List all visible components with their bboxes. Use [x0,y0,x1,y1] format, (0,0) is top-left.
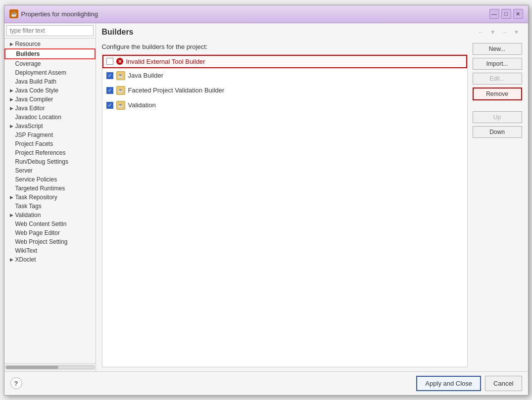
sidebar-item-service-policies[interactable]: Service Policies [4,175,96,184]
help-button[interactable]: ? [10,377,22,389]
expand-arrow-web-content [8,221,15,227]
sidebar-item-label-java-compiler: Java Compiler [15,96,53,103]
expand-arrow-deployment [8,69,15,76]
minimize-button[interactable]: — [489,9,499,19]
new-button[interactable]: New... [473,43,522,55]
sidebar-item-jsp-fragment[interactable]: JSP Fragment [4,131,96,139]
sidebar-item-javascript[interactable]: ▶ JavaScript [4,122,96,131]
sidebar-item-label-deployment: Deployment Assem [15,69,66,76]
sidebar-item-java-code-style[interactable]: ▶ Java Code Style [4,86,96,95]
action-buttons: New... Import... Edit... Remove Up Down [473,43,522,367]
sidebar-item-web-page-editor[interactable]: Web Page Editor [4,228,96,237]
sidebar-item-java-editor[interactable]: ▶ Java Editor [4,104,96,113]
builder-label-java: Java Builder [128,72,164,79]
sidebar-item-label-wikitext: WikiText [15,247,38,254]
builder-checkbox-validation[interactable] [106,102,113,109]
sidebar-item-label-server: Server [15,167,33,174]
sidebar-item-web-project[interactable]: Web Project Setting [4,237,96,246]
sidebar-item-task-tags[interactable]: Task Tags [4,202,96,211]
sidebar-item-resource[interactable]: ▶ Resource [4,40,96,48]
sidebar-item-coverage[interactable]: Coverage [4,59,96,68]
expand-arrow-jsp-fragment [8,132,15,138]
builder-item-faceted[interactable]: ☕ Faceted Project Validation Builder [102,83,467,98]
panel-header: Builders ← ▼ → ▼ [96,23,528,39]
sidebar-item-targeted-runtimes[interactable]: Targeted Runtimes [4,184,96,193]
filter-input[interactable] [6,25,94,36]
bottom-bar: ? Apply and Close Cancel [4,371,528,395]
expand-arrow-java-build-path [8,78,15,85]
sidebar-item-java-compiler[interactable]: ▶ Java Compiler [4,95,96,104]
sidebar-item-label-web-project: Web Project Setting [15,238,68,245]
main-content: ▶ Resource Builders Coverage Deployment … [4,23,528,371]
builder-item-validation[interactable]: ☕ Validation [102,98,467,113]
sidebar-scrollbar[interactable] [4,363,96,371]
dialog-icon: ☕ [9,9,18,18]
sidebar-item-run-debug[interactable]: Run/Debug Settings [4,157,96,166]
builder-icon-java: ☕ [116,71,125,80]
sidebar-item-javadoc[interactable]: Javadoc Location [4,113,96,122]
builder-label-faceted: Faceted Project Validation Builder [128,87,225,94]
builder-item-java[interactable]: ☕ Java Builder [102,68,467,83]
sidebar-item-label-coverage: Coverage [15,60,41,67]
edit-button[interactable]: Edit... [473,73,522,85]
nav-forward-dropdown[interactable]: ▼ [511,27,522,37]
cancel-button[interactable]: Cancel [485,376,522,391]
expand-arrow-javascript: ▶ [8,123,15,130]
expand-arrow-javadoc [8,114,15,121]
expand-arrow-project-references [8,149,15,156]
sidebar-item-label-run-debug: Run/Debug Settings [15,158,68,165]
sidebar-item-java-build-path[interactable]: Java Build Path [4,77,96,86]
import-button[interactable]: Import... [473,58,522,70]
sidebar-item-project-facets[interactable]: Project Facets [4,139,96,148]
expand-arrow-wikitext [8,247,15,254]
title-bar-left: ☕ Properties for moonlighting [9,9,98,18]
sidebar-item-xdoclet[interactable]: ▶ XDoclet [4,255,96,264]
sidebar-item-label-javadoc: Javadoc Location [15,114,61,121]
sidebar-item-deployment[interactable]: Deployment Assem [4,68,96,77]
sidebar-item-label-java-editor: Java Editor [15,105,45,112]
expand-arrow-web-project [8,238,15,245]
scrollbar-thumb [6,366,59,369]
expand-arrow-coverage [8,60,15,67]
nav-back-button[interactable]: ← [476,27,486,37]
builder-icon-validation: ☕ [116,101,125,110]
down-button[interactable]: Down [473,126,522,138]
sidebar-item-project-references[interactable]: Project References [4,148,96,157]
sidebar-item-label-task-repository: Task Repository [15,194,57,201]
scrollbar-track [5,365,95,369]
sidebar-item-task-repository[interactable]: ▶ Task Repository [4,193,96,202]
sidebar-item-label-project-facets: Project Facets [15,140,53,147]
apply-close-button[interactable]: Apply and Close [416,376,481,391]
sidebar-item-builders[interactable]: Builders [4,48,96,59]
sidebar-item-wikitext[interactable]: WikiText [4,246,96,255]
up-button[interactable]: Up [473,111,522,123]
error-icon-invalid: ✕ [116,58,123,65]
nav-forward-button[interactable]: → [499,27,510,37]
sidebar-item-validation[interactable]: ▶ Validation [4,211,96,220]
maximize-button[interactable]: □ [501,9,511,19]
btn-spacer [473,103,522,108]
builder-item-invalid[interactable]: ✕ Invalid External Tool Builder [102,55,467,68]
expand-arrow-java-code-style: ▶ [8,87,15,94]
properties-dialog: ☕ Properties for moonlighting — □ ✕ ▶ Re… [4,5,529,396]
builder-checkbox-faceted[interactable] [106,87,113,94]
sidebar-item-web-content[interactable]: Web Content Settin [4,220,96,228]
expand-arrow-java-editor: ▶ [8,105,15,112]
nav-back-dropdown[interactable]: ▼ [487,27,498,37]
remove-button[interactable]: Remove [473,88,522,100]
sidebar-item-server[interactable]: Server [4,166,96,175]
expand-arrow-resource: ▶ [8,41,15,47]
sidebar-item-label-targeted-runtimes: Targeted Runtimes [15,185,65,192]
sidebar-item-label-web-page-editor: Web Page Editor [15,229,60,236]
right-panel: Builders ← ▼ → ▼ Configure the builders … [96,23,528,371]
sidebar: ▶ Resource Builders Coverage Deployment … [4,23,96,371]
builder-checkbox-invalid[interactable] [106,58,113,65]
sidebar-item-label-jsp-fragment: JSP Fragment [15,132,53,138]
builders-left: Configure the builders for the project: … [102,43,468,367]
builder-icon-faceted: ☕ [116,86,125,95]
panel-title: Builders [102,28,134,37]
builder-checkbox-java[interactable] [106,72,113,79]
sidebar-item-label-javascript: JavaScript [15,123,43,130]
expand-arrow-targeted-runtimes [8,185,15,192]
close-button[interactable]: ✕ [513,9,523,19]
